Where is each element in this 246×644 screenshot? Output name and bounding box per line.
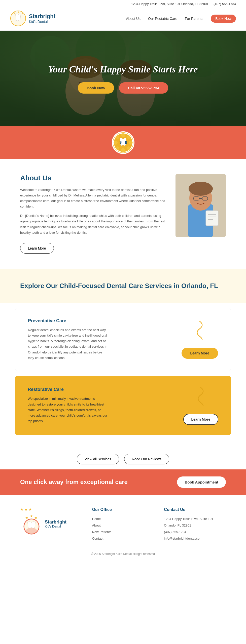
footer-home-link[interactable]: Home [92, 516, 154, 522]
about-para1: Welcome to Starbright Kid's Dental, wher… [20, 187, 165, 209]
nav-about[interactable]: About Us [126, 17, 141, 21]
copyright-text: © 2025 Starbright Kid's Dental all right… [91, 552, 155, 556]
address: 1234 Happy Trails Blvd, Suite 101 Orland… [131, 2, 208, 6]
logo-area: ★ ★ ★ Starbright Kid's Dental [10, 10, 55, 27]
footer: ★ ★ ★ ★ ★ ★ Starbright Kid's Dental Our … [0, 495, 246, 547]
svg-text:★: ★ [30, 514, 33, 518]
view-all-services-btn[interactable]: View all Services [77, 454, 119, 464]
nav-pediatric[interactable]: Our Pediatric Care [148, 17, 177, 21]
about-learn-more-btn[interactable]: Learn More [20, 243, 54, 254]
svg-point-16 [121, 133, 125, 137]
footer-address: 1234 Happy Trails Blvd, Suite 101 Orland… [164, 516, 226, 529]
svg-point-20 [116, 135, 119, 139]
svg-point-17 [121, 148, 125, 152]
navigation: About Us Our Pediatric Care For Parents … [126, 15, 236, 23]
svg-point-19 [129, 141, 133, 145]
services-footer-buttons: View all Services Read Our Reviews [0, 440, 246, 469]
hero-buttons: Book Now Call 407-555-1734 [48, 82, 198, 94]
preventative-title: Preventative Care [28, 318, 109, 324]
nav-book-now[interactable]: Book Now [211, 15, 236, 23]
logo-line1: Starbright [29, 13, 55, 20]
restorative-desc: We specialize in minimally invasive trea… [28, 396, 108, 424]
about-content: About Us Welcome to Starbright Kid's Den… [20, 174, 165, 254]
footer-new-patients-link[interactable]: New Patients [92, 529, 154, 535]
hero-book-btn[interactable]: Book Now [78, 82, 114, 94]
footer-stars: ★ ★ ★ [20, 507, 82, 511]
dentist-illustration [175, 174, 226, 237]
svg-text:★: ★ [14, 12, 15, 14]
footer-logo-line2: Kid's Dental [45, 525, 66, 528]
svg-text:B: B [125, 140, 127, 144]
restorative-right: Learn More [183, 386, 218, 425]
svg-text:★: ★ [18, 11, 19, 13]
footer-contact-link[interactable]: Contact [92, 535, 154, 542]
footer-contact-col: Contact Us 1234 Happy Trails Blvd, Suite… [164, 507, 226, 542]
svg-rect-33 [206, 211, 218, 226]
restorative-care-card: Restorative Care We specialize in minima… [15, 376, 231, 435]
restorative-learn-more-btn[interactable]: Learn More [183, 414, 218, 425]
cta-banner: One click away from exceptional care Boo… [0, 469, 246, 495]
svg-text:S: S [119, 140, 122, 144]
logo-line2: Kid's Dental [29, 20, 55, 24]
footer-logo-text: Starbright Kid's Dental [45, 519, 66, 529]
svg-point-18 [114, 141, 118, 145]
preventative-learn-more-btn[interactable]: Learn More [182, 348, 218, 359]
decorative-squiggle-2 [193, 386, 208, 409]
restorative-title: Restorative Care [28, 387, 108, 392]
svg-point-29 [189, 182, 213, 196]
svg-point-23 [127, 146, 130, 150]
svg-point-21 [127, 135, 130, 139]
banner-logo-circle: S B [112, 131, 134, 154]
cta-book-btn[interactable]: Book Appointment [177, 476, 226, 488]
footer-office-col: Our Office Home About New Patients Conta… [92, 507, 154, 542]
footer-about-link[interactable]: About [92, 522, 154, 529]
svg-point-22 [116, 146, 119, 150]
hero-content: Your Child's Happy Smile Starts Here Boo… [48, 64, 198, 94]
read-reviews-btn[interactable]: Read Our Reviews [124, 454, 169, 464]
about-image [175, 174, 226, 237]
hero-call-btn[interactable]: Call 407-555-1734 [119, 82, 168, 94]
preventative-content: Preventative Care Regular dental checkup… [28, 318, 109, 361]
about-section: About Us Welcome to Starbright Kid's Den… [0, 159, 246, 269]
svg-text:★: ★ [22, 12, 23, 14]
footer-logo-line1: Starbright [45, 519, 66, 525]
services-banner-heading: Explore Our Child-Focused Dental Care Se… [20, 281, 226, 290]
footer-copyright: © 2025 Starbright Kid's Dental all right… [0, 547, 246, 561]
footer-office-heading: Our Office [92, 507, 154, 512]
hero-title: Your Child's Happy Smile Starts Here [48, 64, 198, 75]
preventative-desc: Regular dental checkups and exams are th… [28, 327, 109, 361]
restorative-content: Restorative Care We specialize in minima… [28, 387, 108, 424]
header: ★ ★ ★ Starbright Kid's Dental About Us O… [0, 8, 246, 31]
logo-text: Starbright Kid's Dental [29, 13, 55, 24]
about-heading: About Us [20, 174, 165, 182]
footer-logo-icon: ★ ★ ★ [20, 513, 43, 535]
logo-icon: ★ ★ ★ [10, 10, 26, 27]
about-para2: Dr. [Dentist's Name] believes in buildin… [20, 213, 165, 235]
top-bar: 1234 Happy Trails Blvd, Suite 101 Orland… [0, 0, 246, 8]
footer-contact-heading: Contact Us [164, 507, 226, 512]
cta-heading: One click away from exceptional care [20, 478, 128, 486]
services-banner: Explore Our Child-Focused Dental Care Se… [0, 269, 246, 303]
svg-point-41 [26, 528, 37, 534]
hero-section: Your Child's Happy Smile Starts Here Boo… [0, 31, 246, 126]
svg-text:★: ★ [34, 516, 38, 520]
footer-email: info@starbrightdental.com [164, 535, 226, 542]
footer-logo-col: ★ ★ ★ ★ ★ ★ Starbright Kid's Dental [20, 507, 82, 542]
banner-logo-svg: S B [113, 133, 133, 153]
svg-text:★: ★ [25, 516, 28, 520]
logo-banner: S B [0, 126, 246, 159]
preventative-care-card: Preventative Care Regular dental checkup… [15, 308, 231, 371]
preventative-right: Learn More [182, 320, 218, 359]
decorative-squiggle [192, 320, 207, 343]
phone: (407) 555-1734 [214, 2, 236, 6]
footer-phone: (407) 555-1734 [164, 529, 226, 535]
nav-parents[interactable]: For Parents [185, 17, 203, 21]
